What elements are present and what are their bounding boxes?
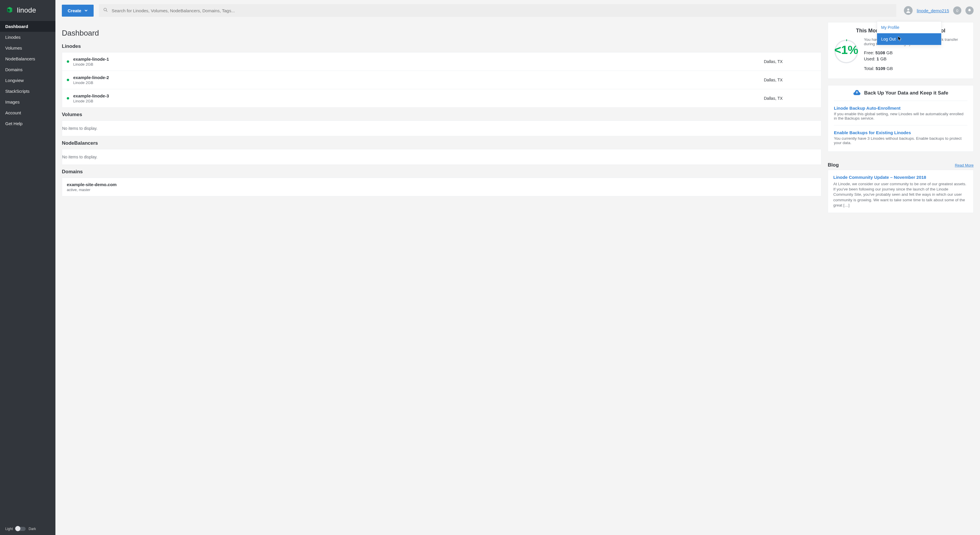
theme-label-dark: Dark bbox=[29, 527, 36, 531]
backup-item[interactable]: Linode Backup Auto-Enrollment If you ena… bbox=[834, 101, 967, 126]
user-menu-profile[interactable]: My Profile bbox=[877, 22, 941, 33]
sidebar-nav: Dashboard Linodes Volumes NodeBalancers … bbox=[0, 21, 56, 129]
domains-panel: example-site-demo.com active, master bbox=[62, 178, 821, 196]
sidebar-item-stackscripts[interactable]: StackScripts bbox=[0, 86, 56, 97]
nodebalancers-empty: No items to display. bbox=[62, 150, 821, 164]
backup-card: Back Up Your Data and Keep it Safe Linod… bbox=[828, 85, 974, 152]
linode-region: Dallas, TX bbox=[764, 78, 816, 82]
cloud-upload-icon bbox=[853, 89, 861, 97]
blog-header: Blog Read More bbox=[828, 158, 974, 170]
sidebar-item-account[interactable]: Account bbox=[0, 107, 56, 118]
section-title-volumes: Volumes bbox=[62, 112, 821, 118]
sidebar-item-domains[interactable]: Domains bbox=[0, 64, 56, 75]
main: Create linode_demo215 0 bbox=[56, 0, 980, 535]
transfer-free: Free: 5108 GB bbox=[864, 50, 967, 55]
notifications-count[interactable]: 0 bbox=[953, 6, 961, 14]
section-title-nodebalancers: NodeBalancers bbox=[62, 140, 821, 146]
backup-header: Back Up Your Data and Keep it Safe bbox=[834, 86, 967, 101]
transfer-percent-label: <1% bbox=[834, 43, 858, 57]
status-dot-icon bbox=[67, 97, 69, 99]
transfer-used-unit: GB bbox=[880, 56, 887, 61]
transfer-used-label: Used: bbox=[864, 56, 875, 61]
linode-name: example-linode-2 bbox=[73, 75, 764, 80]
search-icon bbox=[103, 7, 108, 14]
transfer-total: Total: 5109 GB bbox=[864, 66, 967, 71]
sidebar-item-longview[interactable]: Longview bbox=[0, 75, 56, 86]
cursor-icon bbox=[898, 36, 902, 41]
linode-name: example-linode-3 bbox=[73, 93, 764, 98]
create-button[interactable]: Create bbox=[62, 5, 94, 17]
linode-name: example-linode-1 bbox=[73, 57, 764, 62]
sidebar-item-gethelp[interactable]: Get Help bbox=[0, 118, 56, 129]
volumes-empty: No items to display. bbox=[62, 121, 821, 136]
app: linode Dashboard Linodes Volumes NodeBal… bbox=[0, 0, 980, 535]
transfer-free-value: 5108 bbox=[875, 50, 885, 55]
theme-toggle[interactable] bbox=[16, 527, 25, 531]
transfer-total-unit: GB bbox=[887, 66, 893, 71]
linode-row[interactable]: example-linode-3 Linode 2GB Dallas, TX bbox=[62, 89, 821, 107]
user-menu: My Profile Log Out bbox=[877, 21, 942, 45]
linode-row[interactable]: example-linode-1 Linode 2GB Dallas, TX bbox=[62, 53, 821, 71]
blog-post[interactable]: Linode Community Update – November 2018 … bbox=[828, 170, 974, 213]
user-menu-logout[interactable]: Log Out bbox=[877, 33, 941, 45]
nodebalancers-panel: No items to display. bbox=[62, 149, 821, 165]
section-title-linodes: Linodes bbox=[62, 43, 821, 49]
transfer-used: Used: 1 GB bbox=[864, 56, 967, 61]
linode-plan: Linode 2GB bbox=[73, 99, 764, 103]
backup-item-desc: You currently have 3 Linodes without bac… bbox=[834, 136, 967, 145]
linode-plan: Linode 2GB bbox=[73, 81, 764, 85]
right-column: This Month's Network Transfer Pool <1% Y… bbox=[828, 22, 974, 213]
linode-plan: Linode 2GB bbox=[73, 62, 764, 67]
transfer-used-value: 1 bbox=[877, 56, 879, 61]
user-block: linode_demo215 0 My Profile Log Out bbox=[902, 6, 974, 15]
backup-item[interactable]: Enable Backups for Existing Linodes You … bbox=[834, 126, 967, 150]
theme-toggle-row: Light Dark bbox=[0, 527, 56, 531]
avatar-icon[interactable] bbox=[904, 6, 913, 15]
status-dot-icon bbox=[67, 61, 69, 63]
page-title: Dashboard bbox=[62, 29, 821, 38]
svg-point-4 bbox=[104, 8, 107, 11]
blog-read-more-link[interactable]: Read More bbox=[955, 163, 974, 167]
username-link[interactable]: linode_demo215 bbox=[917, 8, 949, 13]
blog-post-desc: At Linode, we consider our user communit… bbox=[833, 182, 968, 208]
backup-item-desc: If you enable this global setting, new L… bbox=[834, 112, 967, 121]
sidebar-item-linodes[interactable]: Linodes bbox=[0, 32, 56, 43]
theme-label-light: Light bbox=[5, 527, 13, 531]
sidebar-item-dashboard[interactable]: Dashboard bbox=[0, 21, 56, 32]
logo-icon bbox=[5, 6, 14, 14]
topbar: Create linode_demo215 0 bbox=[56, 0, 980, 21]
sidebar-item-volumes[interactable]: Volumes bbox=[0, 43, 56, 53]
search[interactable] bbox=[99, 4, 896, 17]
transfer-total-label: Total: bbox=[864, 66, 874, 71]
brand[interactable]: linode bbox=[0, 0, 56, 21]
transfer-total-value: 5109 bbox=[876, 66, 885, 71]
domain-name: example-site-demo.com bbox=[67, 182, 816, 187]
user-menu-logout-label: Log Out bbox=[881, 37, 896, 41]
status-dot-icon bbox=[67, 79, 69, 81]
backup-item-title: Linode Backup Auto-Enrollment bbox=[834, 106, 967, 111]
bell-icon[interactable] bbox=[966, 6, 974, 14]
blog-section: Blog Read More Linode Community Update –… bbox=[828, 158, 974, 213]
sidebar: linode Dashboard Linodes Volumes NodeBal… bbox=[0, 0, 56, 535]
domain-row[interactable]: example-site-demo.com active, master bbox=[62, 178, 821, 196]
backup-header-title: Back Up Your Data and Keep it Safe bbox=[864, 90, 948, 96]
sidebar-item-nodebalancers[interactable]: NodeBalancers bbox=[0, 53, 56, 64]
linode-region: Dallas, TX bbox=[764, 59, 816, 64]
blog-title: Blog bbox=[828, 162, 839, 168]
linode-row[interactable]: example-linode-2 Linode 2GB Dallas, TX bbox=[62, 71, 821, 89]
sidebar-item-images[interactable]: Images bbox=[0, 97, 56, 107]
brand-name: linode bbox=[17, 6, 36, 14]
backup-item-title: Enable Backups for Existing Linodes bbox=[834, 130, 967, 135]
section-title-domains: Domains bbox=[62, 169, 821, 175]
transfer-free-label: Free: bbox=[864, 50, 874, 55]
chevron-down-icon bbox=[84, 8, 88, 13]
svg-point-6 bbox=[907, 8, 909, 11]
transfer-chart: <1% bbox=[834, 37, 859, 64]
content: Dashboard Linodes example-linode-1 Linod… bbox=[56, 21, 980, 535]
domain-status: active, master bbox=[67, 188, 816, 192]
search-input[interactable] bbox=[108, 5, 892, 16]
linodes-panel: example-linode-1 Linode 2GB Dallas, TX e… bbox=[62, 52, 821, 108]
volumes-panel: No items to display. bbox=[62, 121, 821, 136]
svg-line-5 bbox=[106, 11, 107, 12]
transfer-free-unit: GB bbox=[886, 50, 893, 55]
